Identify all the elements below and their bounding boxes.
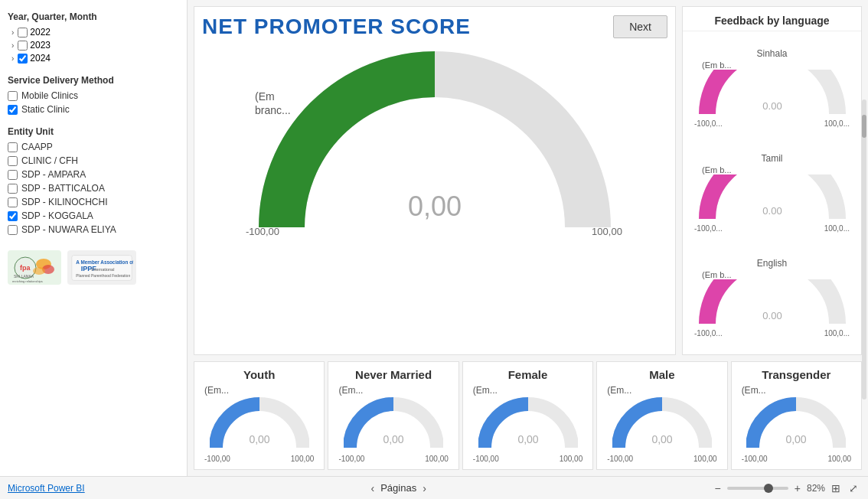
svg-point-6: [33, 267, 45, 275]
tamil-bottom: -100,0... 100,0...: [687, 224, 857, 233]
ippf-logo: A Member Association of IPPF Internation…: [67, 250, 136, 285]
male-min: -100,00: [607, 455, 633, 463]
male-card: Male (Em... 0,00 -100,00 100,00: [596, 361, 727, 470]
english-item: English (Em b... 0.00 -100,0... 100,0...: [687, 256, 857, 340]
never-married-em-label: (Em...: [338, 385, 363, 396]
fullscreen-icon[interactable]: ⤢: [847, 482, 860, 494]
youth-card-bottom: -100,00 100,00: [201, 455, 318, 463]
tamil-item: Tamil (Em b... 0.00 -100,0... 100,0...: [687, 151, 857, 235]
mobile-clinics-checkbox[interactable]: [8, 91, 18, 101]
expand-arrow-2024[interactable]: ›: [11, 54, 14, 63]
zoom-minus-icon[interactable]: −: [713, 482, 723, 494]
zoom-slider-thumb[interactable]: [764, 484, 773, 493]
sdp-ampara-checkbox[interactable]: [8, 170, 18, 180]
static-clinic-checkbox[interactable]: [8, 105, 18, 115]
sdp-koggala-checkbox[interactable]: [8, 211, 18, 221]
static-clinic-label: Static Clinic: [21, 104, 70, 115]
pagination-area: ‹ Páginas ›: [370, 482, 426, 494]
clinic-cfh-checkbox[interactable]: [8, 156, 18, 166]
zoom-plus-icon[interactable]: +: [792, 482, 803, 494]
year-group: › 2022 › 2023 › 2024: [11, 27, 179, 64]
tamil-max: 100,0...: [824, 224, 850, 233]
static-clinic-item[interactable]: Static Clinic: [8, 104, 179, 115]
svg-text:0,00: 0,00: [383, 433, 403, 445]
year-2024-checkbox[interactable]: [18, 54, 28, 64]
male-card-bottom: -100,00 100,00: [603, 455, 720, 463]
expand-arrow-2022[interactable]: ›: [11, 28, 14, 37]
transgender-gauge: 0,00: [746, 396, 846, 453]
female-em-label: (Em...: [473, 385, 498, 396]
svg-text:A Member Association of: A Member Association of: [76, 259, 133, 264]
english-gauge: 0.00: [696, 279, 849, 329]
caapp-checkbox[interactable]: [8, 142, 18, 152]
year-2023-checkbox[interactable]: [18, 41, 28, 51]
year-2022-checkbox[interactable]: [18, 28, 28, 38]
male-em-label: (Em...: [607, 385, 631, 396]
female-gauge: 0,00: [478, 396, 578, 453]
youth-max: 100,00: [291, 455, 315, 463]
tamil-min: -100,0...: [694, 224, 723, 233]
expand-arrow-2023[interactable]: ›: [11, 41, 14, 50]
mobile-clinics-item[interactable]: Mobile Clinics: [8, 90, 179, 101]
tamil-em-label: (Em b...: [702, 165, 732, 174]
main-content: NET PROMOTER SCORE Next Overall (Embranc…: [188, 0, 868, 476]
service-delivery-section: Service Delivery Method Mobile Clinics S…: [8, 75, 179, 115]
bottom-bar: Microsoft Power BI ‹ Páginas › − + 82% ⊞…: [0, 476, 868, 499]
sdp-ampara-label: SDP - AMPARA: [21, 169, 86, 180]
year-2022-item[interactable]: › 2022: [11, 27, 179, 38]
year-filter-title: Year, Quarter, Month: [8, 11, 179, 22]
svg-text:100,00: 100,00: [592, 226, 622, 237]
sinhala-label: Sinhala: [756, 48, 787, 59]
bottom-cards-section: Youth (Em... 0,00 -100,00 100,00 Never M…: [188, 361, 868, 476]
sdp-nuwara-eliya-item[interactable]: SDP - NUWARA ELIYA: [8, 224, 179, 235]
powerbi-link[interactable]: Microsoft Power BI: [8, 483, 85, 494]
sdp-kilinochchi-item[interactable]: SDP - KILINOCHCHI: [8, 197, 179, 207]
sdp-koggala-item[interactable]: SDP - KOGGALA: [8, 210, 179, 221]
pages-label: Páginas: [380, 482, 416, 494]
sinhala-item: Sinhala (Em b... 0.00 -100,0... 100,0...: [687, 46, 857, 130]
english-min: -100,0...: [694, 329, 723, 338]
sinhala-min: -100,0...: [694, 119, 723, 128]
svg-text:0.00: 0.00: [762, 310, 782, 321]
zoom-slider[interactable]: [727, 487, 788, 490]
sdp-koggala-label: SDP - KOGGALA: [21, 210, 93, 221]
fpa-logo: fpa SRI LANKA enriching relationships: [8, 250, 61, 285]
main-gauge-svg: 0,00 -100,00 100,00: [236, 67, 634, 243]
sdp-kilinochchi-checkbox[interactable]: [8, 197, 18, 207]
svg-text:enriching relationships: enriching relationships: [12, 279, 43, 283]
nps-panel: NET PROMOTER SCORE Next Overall (Embranc…: [194, 6, 676, 355]
next-button[interactable]: Next: [613, 15, 667, 38]
sdp-nuwara-eliya-checkbox[interactable]: [8, 225, 18, 235]
caapp-item[interactable]: CAAPP: [8, 142, 179, 152]
sdp-batticaloa-item[interactable]: SDP - BATTICALOA: [8, 183, 179, 194]
svg-text:0,00: 0,00: [786, 433, 807, 445]
never-married-gauge: 0,00: [344, 396, 443, 453]
never-married-title: Never Married: [355, 368, 432, 381]
prev-page-button[interactable]: ‹: [370, 482, 374, 494]
year-2023-item[interactable]: › 2023: [11, 40, 179, 51]
feedback-language-panel: Feedback by language Sinhala (Em b... 0.…: [682, 6, 862, 355]
youth-title: Youth: [243, 368, 275, 381]
english-max: 100,0...: [824, 329, 850, 338]
transgender-max: 100,00: [827, 455, 851, 463]
entity-unit-title: Entity Unit: [8, 126, 179, 137]
sdp-nuwara-eliya-label: SDP - NUWARA ELIYA: [21, 224, 116, 235]
feedback-language-title: Feedback by language: [683, 7, 861, 31]
fit-to-screen-icon[interactable]: ⊞: [829, 482, 843, 494]
youth-em-label: (Em...: [204, 385, 229, 396]
sdp-batticaloa-checkbox[interactable]: [8, 184, 18, 194]
sdp-ampara-item[interactable]: SDP - AMPARA: [8, 169, 179, 180]
top-section: NET PROMOTER SCORE Next Overall (Embranc…: [188, 0, 868, 361]
clinic-cfh-item[interactable]: CLINIC / CFH: [8, 155, 179, 166]
next-page-button[interactable]: ›: [423, 482, 426, 494]
youth-gauge: 0,00: [210, 396, 309, 453]
svg-text:0.00: 0.00: [762, 205, 782, 217]
never-married-card-bottom: -100,00 100,00: [334, 455, 452, 463]
svg-text:Planned Parenthood Federation: Planned Parenthood Federation: [76, 272, 130, 277]
sinhala-bottom: -100,0... 100,0...: [687, 119, 857, 128]
transgender-em-label: (Em...: [742, 385, 766, 396]
nps-title: NET PROMOTER SCORE: [202, 15, 471, 39]
female-card: Female (Em... 0,00 -100,00 100,00: [462, 361, 593, 470]
year-2024-item[interactable]: › 2024: [11, 53, 179, 64]
year-2023-label: 2023: [30, 40, 51, 51]
